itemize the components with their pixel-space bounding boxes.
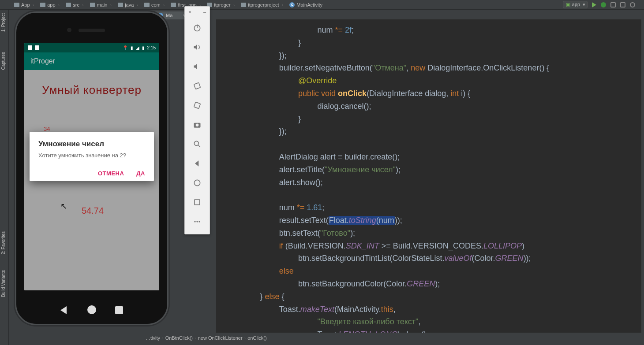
volume-down-icon[interactable]	[189, 59, 206, 74]
input-value[interactable]: 34	[44, 126, 50, 132]
close-icon[interactable]: ×	[188, 9, 191, 15]
battery-icon: ▮	[142, 45, 145, 50]
bc-item[interactable]: …tivity	[146, 335, 160, 341]
device-screen[interactable]: 📍 ▮ ◢ ▮ 2:15 itProger Умный конвертер 34…	[24, 43, 159, 290]
svg-line-7	[198, 145, 200, 147]
run-icon[interactable]	[592, 2, 596, 7]
status-time: 2:15	[147, 45, 156, 50]
result-value: 54.74	[82, 206, 104, 216]
crumb-label: com	[151, 2, 161, 7]
app-bar: itProger	[24, 52, 159, 70]
nav-back-icon[interactable]	[60, 306, 67, 314]
crumb-label: main	[97, 2, 108, 7]
tab-favorites[interactable]: 2: Favorites	[0, 228, 7, 258]
left-tool-gutter: 1: Project Captures 2: Favorites Build V…	[0, 10, 9, 345]
svg-point-10	[194, 221, 195, 222]
folder-icon	[144, 3, 150, 7]
attach-icon[interactable]	[610, 2, 616, 7]
notif-icon	[28, 45, 32, 50]
crumb-app[interactable]: App›	[12, 2, 37, 7]
code-content: num *= 2f; } }); builder.setNegativeButt…	[216, 24, 641, 333]
crumb-app2[interactable]: app›	[38, 2, 62, 7]
folder-icon	[40, 3, 45, 7]
folder-icon	[171, 3, 176, 7]
dialog-title: Умножение чисел	[38, 140, 145, 148]
camera-icon[interactable]	[189, 117, 206, 133]
crumb-label: src	[73, 2, 79, 7]
rotate-left-icon[interactable]	[189, 78, 206, 94]
top-breadcrumb-bar: App› app› src› main› java› com› first_ap…	[0, 0, 644, 10]
svg-point-8	[194, 180, 200, 185]
debug-icon[interactable]	[601, 2, 606, 7]
editor-breadcrumb: …tivity› OnBtnClick()› new OnClickListen…	[146, 334, 267, 342]
run-config-dropdown[interactable]: ▣app	[563, 1, 588, 8]
rotate-right-icon[interactable]	[189, 97, 206, 113]
folder-icon	[118, 3, 123, 7]
search-icon[interactable]	[630, 2, 635, 7]
minimize-icon[interactable]: –	[203, 9, 206, 15]
ok-button[interactable]: ДА	[136, 170, 145, 177]
svg-rect-9	[195, 200, 200, 205]
bc-item[interactable]: onClick()	[247, 335, 266, 341]
svg-rect-2	[194, 83, 201, 89]
zoom-icon[interactable]	[189, 136, 206, 152]
crumb-itproger[interactable]: itproger›	[205, 2, 237, 7]
app-content: Умный конвертер 34 54.74 Умножение чисел…	[24, 70, 159, 290]
svg-rect-3	[194, 102, 201, 109]
nav-recent-icon[interactable]	[115, 306, 123, 314]
crumb-itprogerproject[interactable]: itprogerproject›	[239, 2, 286, 7]
crumb-com[interactable]: com›	[142, 2, 167, 7]
location-icon: 📍	[123, 45, 128, 50]
crumb-java[interactable]: java›	[116, 2, 141, 7]
signal-icon: ◢	[136, 45, 139, 50]
dialog-message: Хотите умножить значение на 2?	[38, 152, 145, 159]
code-editor[interactable]: num *= 2f; } }); builder.setNegativeButt…	[216, 19, 641, 333]
app-heading: Умный конвертер	[24, 70, 159, 97]
volume-up-icon[interactable]	[189, 39, 206, 55]
svg-point-5	[196, 124, 199, 127]
nav-home-icon[interactable]	[87, 305, 96, 314]
svg-point-11	[196, 221, 198, 222]
run-config-label: app	[572, 2, 580, 7]
camera-dot	[67, 28, 71, 32]
crumb-label: java	[125, 2, 134, 7]
status-bar: 📍 ▮ ◢ ▮ 2:15	[24, 43, 159, 52]
notif-icon	[35, 45, 39, 50]
power-icon[interactable]	[189, 20, 206, 36]
bc-item[interactable]: new OnClickListener	[198, 335, 243, 341]
crumb-main[interactable]: main›	[88, 2, 115, 7]
overview-icon[interactable]	[189, 194, 206, 210]
folder-icon	[14, 3, 19, 7]
folder-icon	[66, 3, 71, 7]
svg-point-12	[198, 221, 200, 222]
emulator-toolbar: × –	[184, 6, 210, 234]
class-icon: C	[289, 2, 295, 7]
profile-icon[interactable]	[620, 2, 625, 7]
home-icon[interactable]	[189, 175, 206, 191]
bc-item[interactable]: OnBtnClick()	[165, 335, 193, 341]
alert-dialog: Умножение чисел Хотите умножить значение…	[30, 132, 154, 181]
emulator-device: 📍 ▮ ◢ ▮ 2:15 itProger Умный конвертер 34…	[15, 11, 168, 325]
android-icon: ▣	[566, 2, 570, 7]
crumb-label: app	[47, 2, 55, 7]
tab-captures[interactable]: Captures	[0, 48, 7, 74]
more-icon[interactable]	[189, 214, 206, 230]
tab-build-variants[interactable]: Build Variants	[0, 267, 7, 300]
crumb-src[interactable]: src›	[64, 2, 86, 7]
mouse-cursor-icon: ↖	[60, 201, 67, 211]
crumb-label: itproger	[214, 2, 230, 7]
app-title: itProger	[30, 57, 55, 65]
folder-icon	[90, 3, 95, 7]
folder-icon	[241, 3, 246, 7]
back-icon[interactable]	[189, 156, 206, 171]
tab-project[interactable]: 1: Project	[0, 10, 7, 35]
crumb-label: MainActivity	[296, 2, 322, 7]
svg-point-6	[194, 141, 198, 145]
crumb-label: itprogerproject	[248, 2, 279, 7]
crumb-mainactivity[interactable]: CMainActivity	[288, 2, 324, 7]
signal-icon: ▮	[131, 45, 133, 50]
toolbar-right: ▣app	[563, 1, 644, 8]
speaker-grille	[79, 29, 105, 32]
crumb-label: App	[21, 2, 30, 7]
cancel-button[interactable]: ОТМЕНА	[98, 170, 124, 177]
